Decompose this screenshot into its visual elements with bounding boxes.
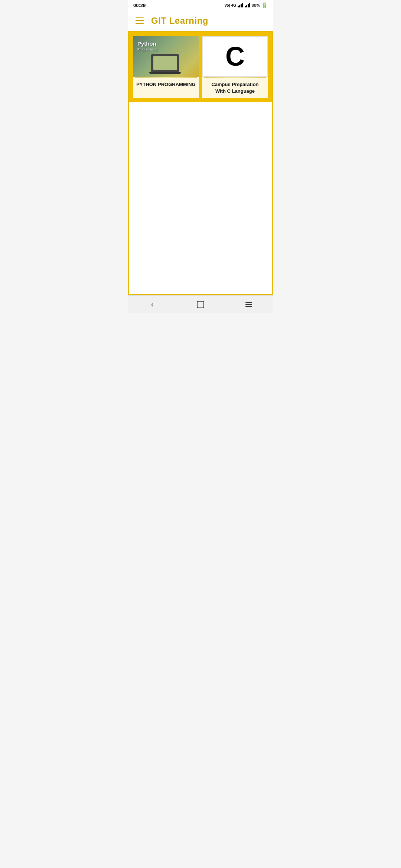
recent-apps-button[interactable] xyxy=(242,298,255,311)
menu-icon[interactable] xyxy=(134,16,145,26)
menu-line-1 xyxy=(136,17,144,19)
back-button[interactable]: ‹ xyxy=(146,298,159,311)
python-card-label: PYTHON PROGRAMMING xyxy=(133,78,199,92)
recent-apps-icon xyxy=(245,302,252,307)
signal-bars-1 xyxy=(238,3,243,7)
python-thumbnail-subtitle: Programming xyxy=(137,47,157,51)
c-thumbnail-letter: C xyxy=(225,43,245,70)
menu-line-2 xyxy=(136,20,144,21)
menu-line-3 xyxy=(136,23,144,24)
course-grid: Python Programming PYTHON PROGRAMMING C xyxy=(129,32,272,102)
status-time: 00:29 xyxy=(133,3,146,8)
python-thumbnail: Python Programming xyxy=(133,36,199,77)
laptop-graphic xyxy=(151,54,181,74)
main-content: Python Programming PYTHON PROGRAMMING C xyxy=(128,31,273,295)
network-icon: Vo) 4G xyxy=(224,3,236,7)
app-bar: GIT Learning xyxy=(128,10,273,31)
empty-content-area xyxy=(129,102,272,294)
app-title: GIT Learning xyxy=(151,16,208,26)
nav-bar: ‹ xyxy=(128,295,273,313)
c-thumbnail: C xyxy=(202,36,268,77)
home-icon xyxy=(197,301,204,308)
status-icons: Vo) 4G 88% 🔋 xyxy=(224,2,268,8)
python-thumbnail-title: Python xyxy=(137,40,156,47)
home-button[interactable] xyxy=(194,298,207,311)
battery-percent: 88% xyxy=(252,3,260,7)
battery-icon: 🔋 xyxy=(261,2,268,8)
python-course-card[interactable]: Python Programming PYTHON PROGRAMMING xyxy=(133,36,199,98)
signal-bars-2 xyxy=(245,3,250,7)
c-card-label: Campus PreparationWith C Language xyxy=(202,78,268,98)
c-language-course-card[interactable]: C Campus PreparationWith C Language xyxy=(202,36,268,98)
status-bar: 00:29 Vo) 4G 88% 🔋 xyxy=(128,0,273,10)
back-icon: ‹ xyxy=(151,300,154,309)
